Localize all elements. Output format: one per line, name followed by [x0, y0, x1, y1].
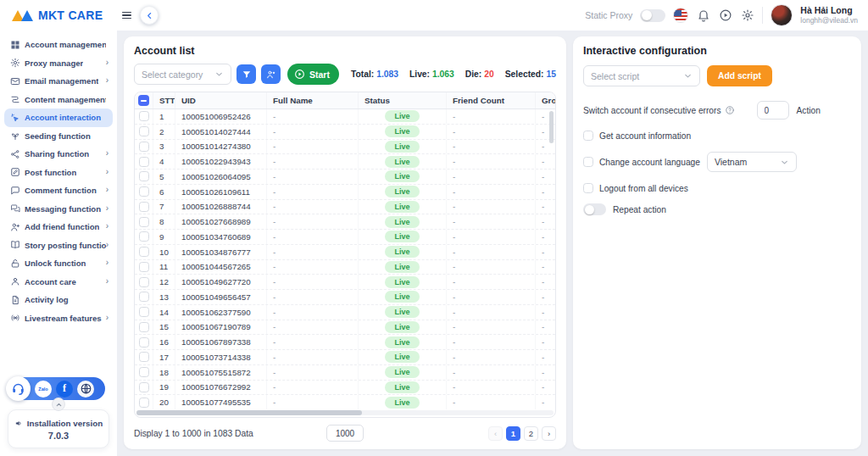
- table-row[interactable]: 7 100051026888744 - Live - -: [135, 200, 555, 215]
- table-row[interactable]: 1 100051006952426 - Live - -: [135, 109, 555, 125]
- table-row[interactable]: 4 100051022943943 - Live - -: [135, 154, 555, 170]
- sidebar-item-comment-function[interactable]: Comment function ›: [4, 181, 113, 200]
- row-checkbox[interactable]: [139, 307, 149, 317]
- row-checkbox[interactable]: [139, 382, 149, 392]
- play-circle-icon[interactable]: [718, 8, 732, 23]
- sidebar-item-post-function[interactable]: Post function ›: [4, 164, 113, 182]
- change-language-checkbox[interactable]: [583, 157, 593, 167]
- sidebar-item-account-care[interactable]: Account care ›: [4, 273, 113, 292]
- user-info[interactable]: Hà Hải Long longhh@vilead.vn: [800, 5, 858, 25]
- menu-icon[interactable]: [122, 12, 131, 19]
- row-checkbox[interactable]: [139, 142, 149, 152]
- row-checkbox[interactable]: [139, 217, 149, 227]
- table-row[interactable]: 9 100051034760689 - Live - -: [135, 230, 555, 245]
- user-avatar[interactable]: [771, 4, 793, 26]
- sidebar-item-messaging-function[interactable]: Messaging function ›: [4, 200, 113, 219]
- facebook-icon[interactable]: f: [56, 381, 73, 398]
- sidebar-item-email-management[interactable]: Email management ›: [4, 72, 113, 91]
- table-row[interactable]: 11 100051044567265 - Live - -: [135, 260, 555, 275]
- sidebar-item-content-management[interactable]: Content management ›: [4, 91, 113, 109]
- row-checkbox[interactable]: [139, 337, 149, 348]
- table-row[interactable]: 15 100051067190789 - Live - -: [135, 320, 555, 336]
- table-row[interactable]: 14 100051062377590 - Live - -: [135, 305, 555, 320]
- prev-page-button[interactable]: ‹: [488, 426, 503, 441]
- table-row[interactable]: 2 100051014027444 - Live - -: [135, 125, 555, 140]
- horizontal-scrollbar[interactable]: [136, 410, 362, 415]
- page-button[interactable]: 1: [506, 426, 520, 441]
- start-button[interactable]: Start: [287, 64, 339, 85]
- row-checkbox[interactable]: [139, 126, 149, 136]
- repeat-action-toggle[interactable]: [583, 203, 606, 215]
- friend-filter-button[interactable]: [261, 64, 281, 84]
- add-script-button[interactable]: Add script: [707, 65, 772, 86]
- row-checkbox[interactable]: [139, 231, 149, 242]
- sidebar-item-add-friend-function[interactable]: Add friend function ›: [4, 218, 113, 236]
- help-icon[interactable]: [725, 105, 735, 115]
- table-row[interactable]: 17 100051073714338 - Live - -: [135, 350, 555, 365]
- status-badge: Live: [385, 336, 419, 348]
- language-flag-icon[interactable]: [673, 8, 688, 23]
- table-row[interactable]: 3 100051014274380 - Live - -: [135, 140, 555, 155]
- vertical-scrollbar[interactable]: [549, 111, 554, 143]
- row-checkbox[interactable]: [139, 202, 149, 212]
- table-row[interactable]: 16 100051067897338 - Live - -: [135, 335, 555, 350]
- settings-gear-icon[interactable]: [740, 8, 754, 23]
- zalo-icon[interactable]: Zalo: [35, 381, 52, 398]
- user-email: longhh@vilead.vn: [800, 16, 858, 25]
- table-row[interactable]: 8 100051027668989 - Live - -: [135, 214, 555, 230]
- sidebar-item-livestream-features[interactable]: Livestream features ›: [4, 309, 113, 328]
- filter-button[interactable]: [236, 64, 256, 84]
- social-links-pill: Zalo f: [7, 377, 105, 400]
- sidebar-item-account-interaction[interactable]: Account interaction ›: [4, 108, 113, 127]
- cell-stt: 1: [153, 109, 175, 124]
- notifications-bell-icon[interactable]: [696, 8, 710, 23]
- table-row[interactable]: 20 100051077495535 - Live - -: [135, 395, 555, 409]
- sidebar-item-seeding-function[interactable]: Seeding function ›: [4, 127, 113, 146]
- language-select[interactable]: Vietnam: [707, 152, 797, 172]
- table-row[interactable]: 13 100051049656457 - Live - -: [135, 290, 555, 305]
- app-logo[interactable]: MKT CARE: [0, 8, 117, 22]
- next-page-button[interactable]: ›: [542, 426, 556, 441]
- table-row[interactable]: 5 100051026064095 - Live - -: [135, 170, 555, 185]
- row-checkbox[interactable]: [139, 277, 149, 287]
- table-row[interactable]: 10 100051034876777 - Live - -: [135, 245, 555, 260]
- row-checkbox[interactable]: [139, 186, 149, 197]
- row-checkbox[interactable]: [139, 322, 149, 332]
- column-header: Full Name: [267, 92, 359, 108]
- row-checkbox[interactable]: [139, 367, 149, 377]
- select-all-checkbox[interactable]: [138, 95, 149, 106]
- row-checkbox[interactable]: [139, 292, 149, 302]
- category-select[interactable]: Select category: [134, 64, 231, 85]
- sidebar-item-unlock-function[interactable]: Unlock function ›: [4, 254, 113, 273]
- row-checkbox[interactable]: [139, 111, 149, 121]
- logout-all-checkbox[interactable]: [583, 183, 593, 193]
- cell-friend-count: -: [447, 109, 536, 124]
- sidebar-item-activity-log[interactable]: Activity log ›: [4, 291, 113, 309]
- table-row[interactable]: 19 100051076672992 - Live - -: [135, 381, 555, 396]
- row-checkbox[interactable]: [139, 262, 149, 272]
- row-checkbox[interactable]: [139, 352, 149, 362]
- page-size-input[interactable]: [326, 425, 364, 442]
- page-button[interactable]: 2: [524, 426, 538, 441]
- row-checkbox[interactable]: [139, 157, 149, 167]
- table-row[interactable]: 12 100051049627720 - Live - -: [135, 275, 555, 290]
- support-headset-icon[interactable]: [6, 376, 31, 401]
- row-checkbox[interactable]: [139, 398, 149, 408]
- row-checkbox[interactable]: [139, 171, 149, 181]
- sidebar-item-sharing-function[interactable]: Sharing function ›: [4, 145, 113, 164]
- globe-icon[interactable]: [77, 381, 94, 398]
- static-proxy-toggle[interactable]: [640, 9, 665, 22]
- script-select[interactable]: Select script: [583, 65, 700, 86]
- sidebar-item-story-posting-function[interactable]: Story posting function ›: [4, 236, 113, 255]
- error-count-input[interactable]: [757, 101, 789, 120]
- table-row[interactable]: 18 100051075515872 - Live - -: [135, 365, 555, 381]
- sidebar-item-proxy-manager[interactable]: Proxy manager ›: [4, 54, 113, 73]
- collapse-sidebar-button[interactable]: [140, 6, 159, 25]
- collapse-version-card-button[interactable]: [52, 398, 65, 411]
- row-checkbox[interactable]: [139, 247, 149, 257]
- get-account-info-checkbox[interactable]: [583, 131, 593, 141]
- sidebar-item-account-management[interactable]: Account management ›: [4, 36, 113, 54]
- cell-uid: 100051014027444: [175, 125, 267, 139]
- table-row[interactable]: 6 100051026109611 - Live - -: [135, 185, 555, 200]
- switch-account-row: Switch account if consecutive errors Act…: [583, 101, 851, 120]
